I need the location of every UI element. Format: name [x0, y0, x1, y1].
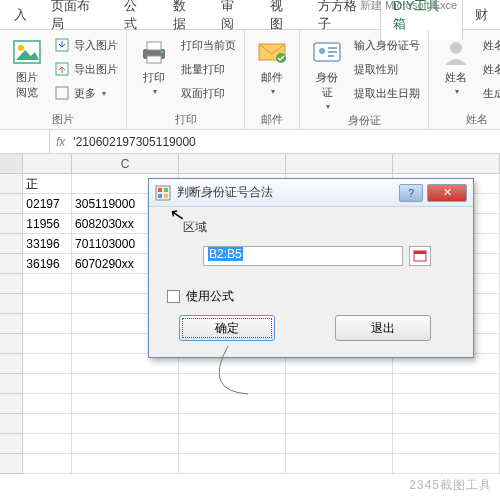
row-header[interactable] [0, 334, 23, 354]
import-picture-button[interactable]: 导入图片 [52, 34, 120, 56]
validate-id-dialog: 判断身份证号合法 ? ✕ 区域 B2:B5 使用公式 确定 退出 [148, 178, 474, 358]
row-header[interactable] [0, 294, 23, 314]
col-header-b[interactable] [23, 154, 72, 173]
cell[interactable]: 02197 [23, 194, 72, 214]
print-button[interactable]: 打印 [133, 34, 175, 96]
cell[interactable] [23, 334, 72, 354]
name-split-button[interactable]: 姓名分 [481, 34, 500, 56]
ok-button[interactable]: 确定 [179, 315, 275, 341]
cell[interactable] [393, 394, 500, 414]
cell[interactable] [23, 454, 72, 474]
name-box[interactable] [0, 130, 50, 153]
col-header-c[interactable]: C [72, 154, 179, 173]
cell[interactable]: 正 [23, 174, 72, 194]
row-header[interactable] [0, 414, 23, 434]
cell[interactable] [72, 394, 179, 414]
row-header[interactable] [0, 254, 23, 274]
cell[interactable]: 33196 [23, 234, 72, 254]
row-header[interactable] [0, 374, 23, 394]
cell[interactable] [23, 414, 72, 434]
svg-rect-14 [328, 51, 337, 53]
exit-button[interactable]: 退出 [335, 315, 431, 341]
cell[interactable] [23, 354, 72, 374]
range-picker-button[interactable] [409, 246, 431, 266]
cell[interactable] [23, 434, 72, 454]
cell[interactable] [72, 434, 179, 454]
use-formula-checkbox[interactable] [167, 290, 180, 303]
row-header[interactable] [0, 394, 23, 414]
dialog-titlebar[interactable]: 判断身份证号合法 ? ✕ [149, 179, 473, 207]
col-header-f[interactable] [393, 154, 500, 173]
cell[interactable] [286, 374, 393, 394]
row-header[interactable] [0, 234, 23, 254]
cell[interactable] [393, 454, 500, 474]
cell[interactable] [393, 434, 500, 454]
svg-rect-6 [147, 42, 161, 50]
name-random-button[interactable]: 生成随 [481, 82, 500, 104]
cell[interactable] [393, 374, 500, 394]
tab-fin[interactable]: 财 [463, 0, 500, 30]
cell[interactable] [23, 374, 72, 394]
idcard-label: 身份 证 [316, 70, 338, 100]
row-header[interactable] [0, 354, 23, 374]
select-all-corner[interactable] [0, 154, 23, 173]
cell[interactable] [286, 434, 393, 454]
cell[interactable] [23, 294, 72, 314]
row-header[interactable] [0, 214, 23, 234]
cell[interactable] [23, 274, 72, 294]
cell[interactable] [179, 414, 286, 434]
cell[interactable] [72, 374, 179, 394]
cell[interactable] [72, 454, 179, 474]
range-input[interactable]: B2:B5 [203, 246, 403, 266]
formula-value[interactable]: '210602197305119000 [73, 135, 195, 149]
print-current-button[interactable]: 打印当前页 [179, 34, 238, 56]
cell[interactable] [286, 454, 393, 474]
duplex-print-button[interactable]: 双面打印 [179, 82, 238, 104]
cell[interactable] [179, 434, 286, 454]
cell[interactable] [286, 394, 393, 414]
picture-more-button[interactable]: 更多 [52, 82, 120, 104]
picture-view-button[interactable]: 图片 阅览 [6, 34, 48, 100]
row-header[interactable] [0, 174, 23, 194]
input-id-button[interactable]: 输入身份证号 [352, 34, 422, 56]
tab-partial[interactable]: 入 [2, 0, 39, 30]
extract-gender-button[interactable]: 提取性别 [352, 58, 422, 80]
col-header-d[interactable] [179, 154, 286, 173]
mail-icon [256, 36, 288, 68]
cell[interactable] [179, 374, 286, 394]
export-picture-button[interactable]: 导出图片 [52, 58, 120, 80]
export-icon [54, 61, 70, 77]
dialog-help-button[interactable]: ? [399, 184, 423, 202]
row-header[interactable] [0, 274, 23, 294]
import-picture-label: 导入图片 [74, 38, 118, 53]
cell[interactable] [179, 454, 286, 474]
cell[interactable] [286, 414, 393, 434]
dialog-close-button[interactable]: ✕ [427, 184, 467, 202]
fx-icon[interactable]: fx [56, 135, 65, 149]
mail-label: 邮件 [261, 70, 283, 85]
row-header[interactable] [0, 314, 23, 334]
row-header[interactable] [0, 454, 23, 474]
cell[interactable] [23, 314, 72, 334]
row-header[interactable] [0, 194, 23, 214]
picture-view-label: 图片 阅览 [16, 70, 38, 100]
cell[interactable]: 36196 [23, 254, 72, 274]
idcard-button[interactable]: 身份 证 [306, 34, 348, 111]
cell[interactable] [23, 394, 72, 414]
cell[interactable] [393, 414, 500, 434]
picture-more-label: 更多 [74, 86, 96, 101]
cell[interactable] [72, 414, 179, 434]
col-header-e[interactable] [286, 154, 393, 173]
svg-rect-4 [56, 87, 68, 99]
batch-print-button[interactable]: 批量打印 [179, 58, 238, 80]
extract-birth-label: 提取出生日期 [354, 86, 420, 101]
mail-button[interactable]: 邮件 [251, 34, 293, 96]
svg-rect-18 [158, 188, 162, 192]
extract-birth-button[interactable]: 提取出生日期 [352, 82, 422, 104]
group-label-mail: 邮件 [251, 110, 293, 129]
row-header[interactable] [0, 434, 23, 454]
cell[interactable]: 11956 [23, 214, 72, 234]
name-button[interactable]: 姓名 [435, 34, 477, 96]
name-add-button[interactable]: 姓名加 [481, 58, 500, 80]
cell[interactable] [179, 394, 286, 414]
